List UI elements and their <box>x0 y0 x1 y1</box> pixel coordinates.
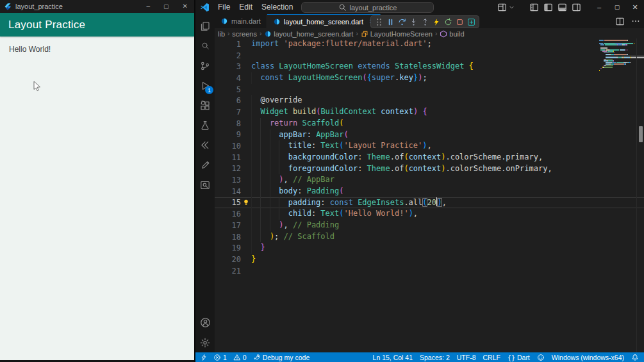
activity-source-control[interactable] <box>195 56 215 76</box>
status-utf-8[interactable]: UTF-8 <box>457 354 476 361</box>
debug-step-over-button[interactable] <box>397 17 406 26</box>
editor-layout-control[interactable] <box>497 3 515 12</box>
status-dart[interactable]: {}Dart <box>508 354 530 361</box>
lightbulb-icon[interactable] <box>241 198 251 207</box>
debug-restart-button[interactable] <box>443 17 452 26</box>
command-center-value: layout_practice <box>350 4 397 12</box>
activity-testing[interactable] <box>195 115 215 135</box>
status-smiley[interactable] <box>537 354 545 361</box>
flutter-window-titlebar[interactable]: layout_practice – ▢ ✕ <box>0 0 194 13</box>
activity-search[interactable] <box>195 36 215 56</box>
vscode-maximize-button[interactable]: ▢ <box>608 0 626 14</box>
breadcrumb-layout-home-screen-dart[interactable]: layout_home_screen.dart <box>264 30 353 38</box>
flutter-close-button[interactable]: ✕ <box>183 0 188 13</box>
panel-bottom-icon[interactable] <box>557 3 567 12</box>
code-line-19: 19} <box>215 242 644 254</box>
debug-step-out-button[interactable] <box>420 17 429 26</box>
vscode-logo-icon <box>200 3 210 12</box>
flutter-maximize-button[interactable]: ▢ <box>163 0 169 13</box>
activity-explorer[interactable] <box>195 16 215 36</box>
tab-layout_home_screen-dart[interactable]: layout_home_screen.dart✕ <box>267 14 381 28</box>
line-number: 3 <box>215 62 241 71</box>
pen-icon <box>201 160 210 170</box>
more-icon[interactable] <box>631 17 640 26</box>
menu-selection[interactable]: Selection <box>257 0 297 14</box>
minimap[interactable] <box>599 40 635 78</box>
activity-preview-search[interactable] <box>195 175 215 195</box>
activity-run-debug[interactable]: 1 <box>195 76 215 95</box>
menu-edit[interactable]: Edit <box>235 0 257 14</box>
activity-extensions[interactable] <box>195 95 215 115</box>
status-crlf[interactable]: CRLF <box>483 354 500 361</box>
code-line-14: 14body: Padding( <box>215 186 644 197</box>
line-number: 8 <box>215 119 241 128</box>
vscode-close-button[interactable]: ✕ <box>626 0 644 14</box>
debug-pause-button[interactable] <box>386 17 395 26</box>
panel-left-icon[interactable] <box>543 3 553 12</box>
scrollbar-thumb[interactable] <box>639 126 643 142</box>
activity-account[interactable] <box>195 313 215 333</box>
vscode-minimize-button[interactable]: – <box>590 0 608 14</box>
debug-stop-button[interactable] <box>455 17 464 26</box>
breadcrumb-lib[interactable]: lib <box>218 30 225 38</box>
line-number: 12 <box>215 164 241 173</box>
menu-file[interactable]: File <box>213 0 235 14</box>
code-editor[interactable]: 1import 'package:flutter/material.dart';… <box>215 38 644 352</box>
tab-label: main.dart <box>231 17 261 25</box>
status-debug-my-code[interactable]: Debug my code <box>253 354 310 361</box>
breadcrumb-screens[interactable]: screens <box>232 30 257 38</box>
editor-layout-icon[interactable] <box>497 3 507 12</box>
code-line-12: 12foregroundColor: Theme.of(context).col… <box>215 163 644 175</box>
status-bell[interactable] <box>631 354 639 361</box>
flutter-logo-icon <box>4 3 12 11</box>
status-bar: 10Debug my code Ln 15, Col 41Spaces: 2UT… <box>195 352 644 362</box>
status-remote[interactable] <box>201 354 207 361</box>
tab-main-dart[interactable]: main.dart <box>215 14 267 28</box>
panel-right-icon[interactable] <box>572 3 581 12</box>
braces-icon: {} <box>508 354 515 361</box>
status-windows-windows-x64[interactable]: Windows (windows-x64) <box>552 354 624 361</box>
code-line-1: 1import 'package:flutter/material.dart'; <box>215 38 644 50</box>
line-number: 18 <box>215 233 241 242</box>
tab-label: layout_home_screen.dart <box>284 18 363 26</box>
breadcrumb-separator: › <box>227 30 229 37</box>
activity-settings[interactable] <box>195 333 215 352</box>
code-line-2: 2 <box>215 50 644 62</box>
dart-icon <box>264 30 272 38</box>
debug-step-into-button[interactable] <box>409 17 418 26</box>
code-line-16: 16child: Text('Hello World!'), <box>215 208 644 220</box>
command-center-search[interactable]: layout_practice <box>301 2 434 13</box>
line-number: 21 <box>215 267 241 276</box>
breadcrumb-layouthomescreen[interactable]: LayoutHomeScreen <box>361 30 433 38</box>
layout-grid-icon[interactable] <box>529 3 539 12</box>
debug-hot-reload-button[interactable] <box>432 17 441 26</box>
search-icon <box>338 3 347 12</box>
flutter-minimize-button[interactable]: – <box>147 0 151 13</box>
code-line-21: 21 <box>215 265 644 277</box>
breadcrumb-build[interactable]: build <box>440 30 464 38</box>
status-0[interactable]: 0 <box>233 354 247 361</box>
debug-grip-button[interactable] <box>374 17 383 26</box>
code-line-20: 20} <box>215 254 644 265</box>
status-ln-15-col-41[interactable]: Ln 15, Col 41 <box>373 354 413 361</box>
status-spaces-2[interactable]: Spaces: 2 <box>420 354 450 361</box>
split-editor-icon[interactable] <box>615 17 625 26</box>
tab-actions <box>615 14 640 28</box>
status-1[interactable]: 1 <box>213 354 227 361</box>
vscode-titlebar[interactable]: FileEditSelectionView⋯ ← → layout_practi… <box>195 0 644 15</box>
debug-widget-inspector-button[interactable] <box>466 17 475 26</box>
line-number: 7 <box>215 108 241 117</box>
line-number: 11 <box>215 153 241 162</box>
chev-down-icon[interactable] <box>508 4 515 11</box>
activity-flutter[interactable] <box>195 135 215 155</box>
extensions-icon <box>200 101 210 111</box>
flutter-window-title: layout_practice <box>15 3 63 10</box>
line-number: 2 <box>215 51 241 60</box>
remote-icon <box>201 354 207 361</box>
line-number: 16 <box>215 210 241 218</box>
search-icon <box>201 42 210 50</box>
code-line-7: 7Widget build(BuildContext context) { <box>215 106 644 118</box>
activity-pen[interactable] <box>195 155 215 175</box>
flutter-app-window: layout_practice – ▢ ✕ Layout Practice He… <box>0 0 194 360</box>
code-line-11: 11backgroundColor: Theme.of(context).col… <box>215 152 644 163</box>
